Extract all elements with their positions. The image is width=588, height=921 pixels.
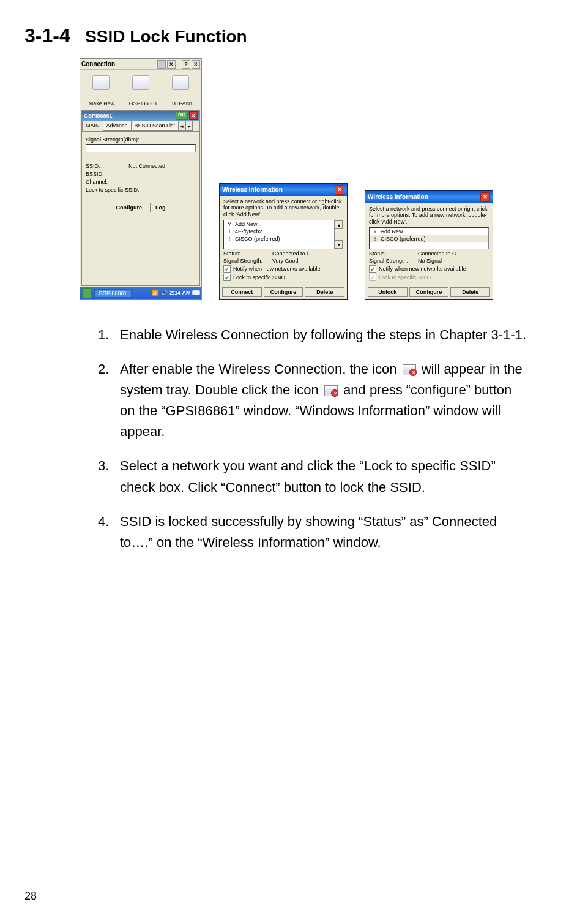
wi2-titlebar: Wireless Information ✕ [365,191,493,203]
wi1-notify-checkbox-row[interactable]: ✓Notify when new networks available [223,265,343,273]
tray-wireless-icon [324,385,338,396]
checkbox-checked-icon[interactable]: ✓ [369,265,376,273]
wi2-close-icon[interactable]: ✕ [480,192,490,202]
instruction-2: 2. After enable the Wireless Connection,… [98,359,527,442]
lock-ssid-value [153,187,196,193]
wi2-title: Wireless Information [368,194,428,200]
list-item-label: Add New... [381,228,408,235]
wi2-network-list[interactable]: YAdd New... !CISCO (preferred) [369,227,489,249]
unlock-button[interactable]: Unlock [368,287,408,297]
wi1-scrollbar[interactable]: ▴ ▾ [334,220,343,249]
ssid-value: Not Connected [128,163,196,169]
wi1-titlebar: Wireless Information ✕ [220,184,347,196]
tray-network-icon[interactable]: 📶 [152,290,159,297]
lock-ssid-label: Lock to specific SSID: [86,187,153,193]
taskbar-clock: 📶 🔊 2:14 AM ⌨ [152,290,199,297]
log-button[interactable]: Log [150,203,171,212]
tray-volume-icon[interactable]: 🔊 [161,290,168,297]
list-item-label: Add New... [235,221,262,227]
titlebar-close-icon[interactable]: ✕ [192,60,200,69]
ce-titlebar: Connection ✕ ? ✕ [80,59,201,70]
instr-text: After enable the Wireless Connection, th… [120,359,527,442]
delete-button[interactable]: Delete [305,287,344,297]
scroll-down-icon[interactable]: ▾ [335,240,343,249]
gspi-label: GSPI86861 [129,100,158,108]
screenshots-row: Connection ✕ ? ✕ Make New GSPI86861 BTPA… [80,58,551,300]
list-item-label: CISCO (preferred) [235,236,280,242]
start-button-icon[interactable] [82,288,92,298]
screenshot-gspi-window: Connection ✕ ? ✕ Make New GSPI86861 BTPA… [80,58,202,300]
gspi-sub-titlebar: GSPI86861 OK ✕ [82,111,199,121]
ok-button[interactable]: OK [176,111,188,120]
wi1-lock-checkbox-row[interactable]: ✓Lock to specific SSID [223,274,343,281]
wi2-signal-value: No Signal [418,258,442,264]
instr-number: 2. [98,359,120,442]
taskbar-app-button[interactable]: GSPI86861 [94,289,132,298]
antenna-icon: Y [372,228,378,235]
instr-text: Enable Wireless Connection by following … [120,325,527,345]
signal-strength-label: Signal Strength(dbm): [86,137,196,143]
info-icon: i [226,228,233,235]
tab-strip: MAIN Advance BSSID Scan List ◂ ▸ [82,121,199,132]
wi2-notify-checkbox-row[interactable]: ✓Notify when new networks available [369,265,489,273]
wi1-close-icon[interactable]: ✕ [335,185,344,195]
ssid-label: SSID: [86,163,128,169]
wi1-signal-label: Signal Strength: [223,258,272,264]
configure-button[interactable]: Configure [264,287,303,297]
configure-button[interactable]: Configure [409,287,449,297]
gspi-connection-icon[interactable] [130,75,152,97]
wi2-status-value: Connected to C... [418,250,461,257]
wi2-lock-checkbox-row: ✓Lock to specific SSID [369,274,489,281]
instruction-4: 4. SSID is locked successfully by showin… [98,511,527,553]
bssid-value [128,171,196,177]
wi1-instruction: Select a network and press connect or ri… [223,198,343,217]
instructions-list: 1. Enable Wireless Connection by followi… [98,325,527,553]
checkbox-checked-icon[interactable]: ✓ [223,274,231,281]
wi2-notify-label: Notify when new networks available [379,266,466,272]
instr-number: 3. [98,456,120,497]
wi1-network-list[interactable]: YAdd New... i4F-flytech2 !CISCO (preferr… [223,220,343,249]
titlebar-icon[interactable] [157,60,166,69]
bssid-label: BSSID: [86,171,128,177]
wi2-instruction: Select a network and press connect or ri… [369,206,489,225]
tray-keyboard-icon[interactable]: ⌨ [192,290,199,297]
wi1-notify-label: Notify when new networks available [233,266,321,272]
connection-icons-row [80,70,201,100]
wi2-lock-label: Lock to specific SSID [379,274,431,280]
wi1-lock-label: Lock to specific SSID [233,274,285,280]
titlebar-minimize-icon[interactable]: ✕ [167,60,176,69]
checkbox-checked-icon[interactable]: ✓ [223,265,231,273]
channel-value [128,179,196,185]
checkbox-disabled-icon: ✓ [369,274,376,281]
make-new-label: Make New [89,100,115,108]
list-item: !CISCO (preferred) [224,235,343,242]
tab-scroll-right-icon[interactable]: ▸ [185,121,193,131]
btpan-label: BTPAN1 [172,100,193,108]
btpan-connection-icon[interactable] [169,75,192,97]
list-item-selected: !CISCO (preferred) [370,235,488,242]
instr-number: 1. [98,325,120,345]
configure-button[interactable]: Configure [111,203,148,212]
section-number: 3-1-4 [24,24,70,47]
tab-scroll-left-icon[interactable]: ◂ [178,121,185,131]
gspi-body: Signal Strength(dbm): SSID:Not Connected… [82,132,199,285]
sub-close-icon[interactable]: ✕ [189,111,198,120]
make-new-connection-icon[interactable] [90,75,112,97]
connection-labels: Make New GSPI86861 BTPAN1 [80,100,201,109]
wi2-status-label: Status: [369,250,418,257]
antenna-icon: Y [226,221,233,227]
connect-button[interactable]: Connect [222,287,262,297]
tab-advance[interactable]: Advance [103,121,132,131]
wi1-title: Wireless Information [222,186,283,193]
tab-main[interactable]: MAIN [82,121,103,131]
titlebar-help-icon[interactable]: ? [182,60,190,69]
scroll-up-icon[interactable]: ▴ [335,220,343,229]
tab-bssid-scan[interactable]: BSSID Scan List [131,121,179,131]
instr-text: Select a network you want and click the … [120,456,527,497]
instr2-part-a: After enable the Wireless Connection, th… [120,361,401,377]
wi1-status-value: Connected to C... [272,250,315,257]
gspi-sub-title: GSPI86861 [84,113,113,119]
channel-label: Channel: [86,179,128,185]
delete-button[interactable]: Delete [450,287,490,297]
ce-window-title: Connection [81,61,156,67]
